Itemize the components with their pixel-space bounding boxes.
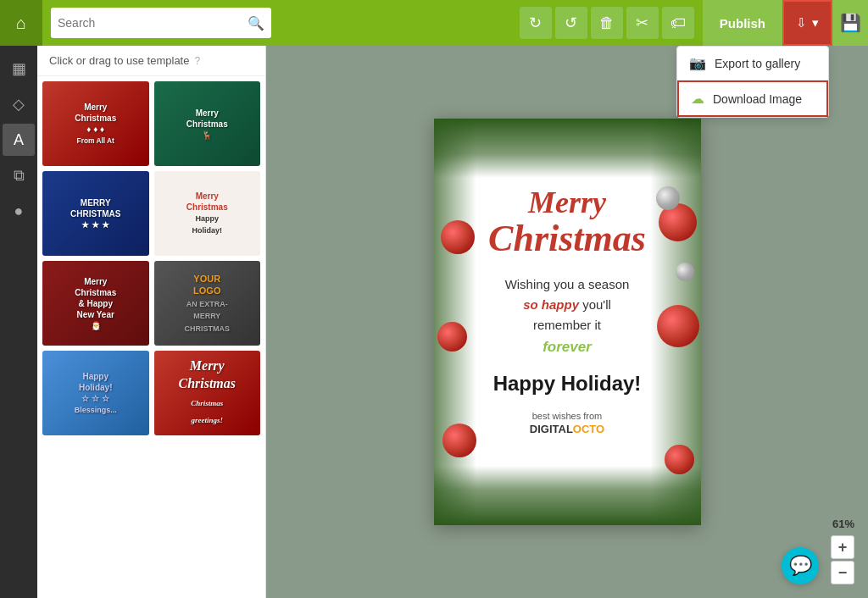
card-brand: DIGITALOCTO	[530, 423, 604, 435]
download-label: Download Image	[713, 92, 802, 106]
help-icon[interactable]: ?	[194, 55, 200, 67]
chat-button[interactable]: 💬	[782, 547, 819, 584]
top-toolbar: ⌂ 🔍 ↻ ↺ 🗑 ✂ 🏷 Publish ⇩ ▾ 💾	[0, 0, 868, 46]
template-item[interactable]: MerryChristmasChristmas greetings!	[154, 351, 261, 435]
card-merry-text: Merry	[528, 186, 606, 220]
card-happy-holiday: Happy Holiday!	[493, 372, 642, 396]
template-panel: Click or drag to use template ? Merry Ch…	[37, 46, 266, 598]
template-item[interactable]: MerryChristmasHappy Holiday!	[154, 171, 261, 256]
template-label: Merry Christmas♦ ♦ ♦From All At	[69, 102, 122, 146]
home-icon: ⌂	[16, 14, 26, 33]
subtitle-line2: you'll	[582, 297, 611, 312]
delete-button[interactable]: 🗑	[591, 7, 623, 39]
brand-octo: OCTO	[573, 423, 604, 435]
sidebar-item-paint[interactable]: ●	[3, 195, 35, 227]
template-label: MerryChristmasHappy Holiday!	[181, 191, 234, 235]
left-sidebar: ▦ ◇ A ⧉ ●	[0, 46, 37, 598]
card-christmas-text: Christmas	[488, 220, 646, 257]
christmas-card: Merry Christmas Wishing you a season so …	[434, 119, 701, 525]
template-header: Click or drag to use template ?	[37, 46, 265, 76]
download-image-item[interactable]: ☁ Download Image	[677, 80, 828, 117]
dropdown-menu: 📷 Export to gallery ☁ Download Image	[676, 46, 829, 118]
template-label: MerryChristmasChristmas greetings!	[178, 357, 236, 428]
brand-text: DIGITAL	[530, 423, 573, 435]
template-label: Merry Christmas& Happy New Year🎅	[69, 276, 122, 331]
subtitle-forever: forever	[542, 339, 592, 355]
export-to-gallery-item[interactable]: 📷 Export to gallery	[677, 47, 828, 80]
zoom-in-button[interactable]: +	[831, 535, 854, 559]
sidebar-item-layers[interactable]: ⧉	[3, 159, 35, 191]
zoom-out-button[interactable]: −	[831, 561, 854, 584]
toolbar-actions: ↻ ↺ 🗑 ✂ 🏷	[511, 7, 703, 39]
card-subtitle: Wishing you a season so happy you'll rem…	[505, 274, 630, 358]
search-input[interactable]	[58, 16, 248, 30]
save-button[interactable]: 💾	[832, 0, 868, 46]
undo-button[interactable]: ↻	[520, 7, 552, 39]
template-label: MerryChristmas🦌	[186, 108, 228, 141]
card-content: Merry Christmas Wishing you a season so …	[434, 119, 701, 525]
download-cloud-icon: ☁	[691, 91, 704, 107]
template-grid: Merry Christmas♦ ♦ ♦From All At MerryChr…	[42, 81, 260, 435]
search-icon[interactable]: 🔍	[248, 15, 264, 31]
template-item[interactable]: MerryChristmas🦌	[154, 81, 261, 166]
template-grid-container[interactable]: Merry Christmas♦ ♦ ♦From All At MerryChr…	[37, 76, 265, 598]
sidebar-item-text[interactable]: A	[3, 124, 35, 156]
download-dropdown-button[interactable]: ⇩ ▾	[782, 0, 832, 46]
card-best-wishes: best wishes from	[532, 411, 603, 421]
redo-button[interactable]: ↺	[555, 7, 587, 39]
zoom-controls: 61% + −	[831, 518, 854, 584]
home-button[interactable]: ⌂	[0, 0, 42, 46]
template-item[interactable]: MERRYCHRISTMAS★ ★ ★	[42, 171, 149, 256]
dropdown-arrow: ▾	[812, 15, 819, 30]
export-icon: 📷	[689, 55, 706, 71]
download-icon: ⇩	[796, 15, 807, 30]
template-header-text: Click or drag to use template	[49, 54, 189, 67]
template-label: MERRYCHRISTMAS★ ★ ★	[70, 197, 120, 230]
template-label: YOURLOGOAN EXTRA-MERRY CHRISTMAS	[181, 273, 234, 335]
search-container: 🔍	[51, 8, 271, 38]
tag-button[interactable]: 🏷	[662, 7, 694, 39]
template-item[interactable]: Merry Christmas♦ ♦ ♦From All At	[42, 81, 149, 166]
crop-button[interactable]: ✂	[626, 7, 659, 39]
publish-button[interactable]: Publish	[703, 0, 782, 46]
subtitle-happy: so happy	[523, 297, 579, 312]
canvas-area[interactable]: Merry Christmas Wishing you a season so …	[266, 46, 868, 598]
template-item[interactable]: YOURLOGOAN EXTRA-MERRY CHRISTMAS	[154, 261, 261, 346]
chat-icon: 💬	[789, 555, 812, 577]
zoom-level: 61%	[832, 518, 854, 530]
template-label: Happy Holiday!☆ ☆ ☆Blessings...	[69, 371, 122, 416]
export-label: Export to gallery	[715, 57, 800, 70]
main-area: ▦ ◇ A ⧉ ● Click or drag to use template …	[0, 46, 868, 598]
subtitle-line1: Wishing you a season	[505, 277, 630, 291]
subtitle-line3: remember it	[533, 318, 601, 332]
template-item[interactable]: Merry Christmas& Happy New Year🎅	[42, 261, 149, 346]
template-item[interactable]: Happy Holiday!☆ ☆ ☆Blessings...	[42, 351, 149, 435]
sidebar-item-image[interactable]: ◇	[3, 88, 35, 120]
sidebar-item-monitor[interactable]: ▦	[3, 53, 35, 85]
